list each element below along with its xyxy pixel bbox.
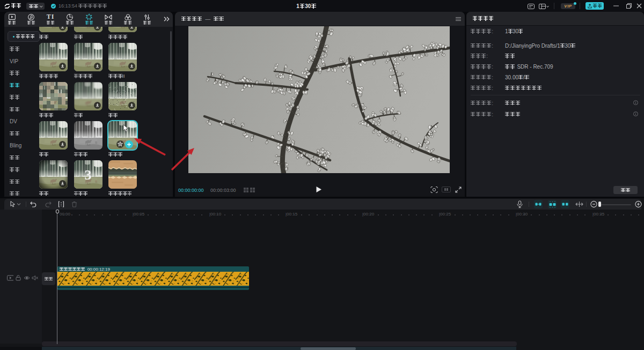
svg-text:3: 3 [84, 167, 91, 183]
